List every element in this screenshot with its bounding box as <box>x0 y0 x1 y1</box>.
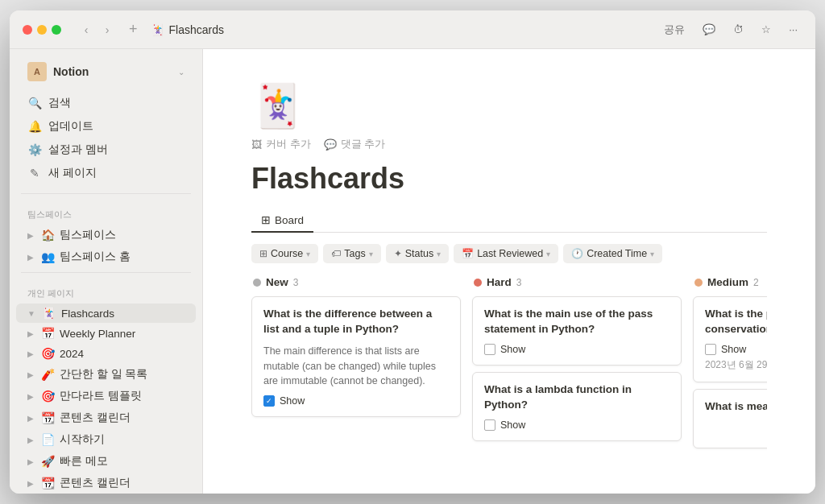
show-label: Show <box>500 419 525 431</box>
show-checkbox[interactable] <box>263 395 275 407</box>
sidebar-item-teamspace-home[interactable]: ▶ 👥 팀스페이스 홈 <box>16 246 196 267</box>
sidebar-item-simple-todo[interactable]: ▶ 🧨 간단한 할 일 목록 <box>16 364 196 385</box>
column-medium: Medium 2 What is the principle of conser… <box>693 276 767 455</box>
card-show[interactable]: Show <box>263 395 449 407</box>
sidebar-item-label: Weekly Planner <box>60 328 135 340</box>
sidebar-item-settings[interactable]: ⚙️ 설정과 멤버 <box>16 138 196 161</box>
card-new-1[interactable]: What is the difference between a list an… <box>251 296 461 417</box>
search-icon: 🔍 <box>27 96 42 110</box>
filter-last-reviewed[interactable]: 📅 Last Reviewed ▾ <box>454 244 558 263</box>
sidebar-item-content-calendar[interactable]: ▶ 📆 콘텐츠 캘린더 <box>16 407 196 428</box>
expand-icon: ▶ <box>27 457 34 466</box>
sidebar-item-updates[interactable]: 🔔 업데이트 <box>16 115 196 138</box>
personal-section-label: 개인 페이지 <box>10 278 202 303</box>
expand-icon: ▶ <box>27 414 34 423</box>
nav-forward-button[interactable]: › <box>98 21 116 39</box>
show-checkbox[interactable] <box>484 419 495 431</box>
sidebar-item-label: 팀스페이스 홈 <box>60 250 131 264</box>
card-answer: The main difference is that lists are mu… <box>263 344 449 389</box>
quick-memo-icon: 🚀 <box>40 455 55 468</box>
star-icon[interactable]: ☆ <box>757 20 776 39</box>
page-title-icon: 🃏 <box>151 23 164 36</box>
image-icon: 🖼 <box>251 138 262 151</box>
add-comment-button[interactable]: 💬 댓글 추가 <box>324 137 386 151</box>
sidebar-item-mandart[interactable]: ▶ 🎯 만다라트 템플릿 <box>16 386 196 407</box>
minimize-button[interactable] <box>37 25 47 35</box>
column-dot-medium <box>694 279 703 287</box>
titlebar-actions: 공유 💬 ⏱ ☆ ··· <box>659 19 802 40</box>
sidebar-item-flashcards[interactable]: ▼ 🃏 Flashcards <box>16 304 196 323</box>
todo-icon: 🧨 <box>40 368 55 381</box>
comment-icon[interactable]: 💬 <box>698 20 720 39</box>
more-icon[interactable]: ··· <box>784 20 802 39</box>
sidebar-item-label: 2024 <box>60 348 84 360</box>
sidebar-item-weekly-planner[interactable]: ▶ 📅 Weekly Planner <box>16 324 196 343</box>
page-actions: 🖼 커버 추가 💬 댓글 추가 <box>251 137 767 151</box>
card-question: What is the main use of the pass stateme… <box>484 307 670 337</box>
expand-icon: ▶ <box>27 436 34 444</box>
page-title-label: Flashcards <box>169 23 224 36</box>
sidebar-item-search[interactable]: 🔍 검색 <box>16 92 196 114</box>
titlebar: ‹ › + 🃏 Flashcards 공유 💬 ⏱ ☆ ··· <box>10 10 815 49</box>
close-button[interactable] <box>23 25 32 35</box>
column-dot-new <box>253 279 261 287</box>
column-title-new: New <box>266 276 288 288</box>
sidebar-item-teamspace[interactable]: ▶ 🏠 팀스페이스 <box>16 225 196 246</box>
chevron-down-icon: ▾ <box>369 250 373 258</box>
chevron-down-icon: ▾ <box>306 250 310 258</box>
column-count-hard: 3 <box>516 277 522 288</box>
column-header-medium: Medium 2 <box>693 276 767 288</box>
show-checkbox[interactable] <box>484 344 495 355</box>
sidebar-item-label: 시작하기 <box>60 432 105 447</box>
workspace-header[interactable]: A Notion ⌄ <box>16 57 196 86</box>
sidebar-item-content-cal2[interactable]: ▶ 📆 콘텐츠 캘린더 <box>16 473 196 494</box>
sidebar-item-label: 빠른 메모 <box>60 454 108 469</box>
filter-status[interactable]: ✦ Status ▾ <box>386 244 449 263</box>
flashcards-icon: 🃏 <box>42 307 56 320</box>
expand-icon: ▶ <box>27 253 34 262</box>
sidebar-item-new-page[interactable]: ✎ 새 페이지 <box>16 162 196 184</box>
card-question: What is the difference between a list an… <box>263 307 449 337</box>
board-tabs: ⊞ Board <box>251 209 767 233</box>
sidebar-item-2024[interactable]: ▶ 🎯 2024 <box>16 344 196 363</box>
workspace-name: Notion <box>53 65 172 78</box>
sidebar-item-label: 콘텐츠 캘린더 <box>60 476 131 490</box>
history-icon[interactable]: ⏱ <box>728 20 748 39</box>
new-page-button[interactable]: + <box>126 19 141 39</box>
card-show[interactable]: Show <box>705 344 767 355</box>
comment-icon: 💬 <box>324 138 337 151</box>
expand-icon: ▶ <box>27 231 34 240</box>
card-hard-2[interactable]: What is a lambda function in Python? Sho… <box>472 372 682 441</box>
mandart-icon: 🎯 <box>40 390 55 403</box>
expand-icon: ▼ <box>27 309 35 318</box>
card-show[interactable]: Show <box>484 344 670 355</box>
sidebar-item-getting-started[interactable]: ▶ 📄 시작하기 <box>16 429 196 450</box>
chevron-down-icon: ▾ <box>546 250 550 258</box>
filter-created-time[interactable]: 🕐 Created Time ▾ <box>563 244 662 263</box>
maximize-button[interactable] <box>52 25 61 35</box>
expand-icon: ▶ <box>27 349 34 358</box>
column-header-new: New 3 <box>251 276 461 288</box>
add-cover-button[interactable]: 🖼 커버 추가 <box>251 137 311 151</box>
card-hard-1[interactable]: What is the main use of the pass stateme… <box>472 296 682 366</box>
filter-tags[interactable]: 🏷 Tags ▾ <box>323 244 380 263</box>
share-button[interactable]: 공유 <box>659 19 690 40</box>
card-show[interactable]: Show <box>484 419 670 431</box>
main-layout: A Notion ⌄ 🔍 검색 🔔 업데이트 ⚙️ 설정과 멤버 <box>10 49 815 494</box>
page-icon-title: 🃏 Flashcards <box>151 23 224 36</box>
expand-icon: ▶ <box>27 479 34 488</box>
filter-course[interactable]: ⊞ Course ▾ <box>251 244 318 263</box>
year-icon: 🎯 <box>40 347 55 360</box>
workspace-avatar: A <box>27 62 47 81</box>
card-medium-2[interactable]: What is meant by the term... ? <box>693 389 767 448</box>
card-medium-1[interactable]: What is the principle of conservation of… <box>693 296 767 382</box>
card-question: What is the principle of conservation of… <box>705 307 767 337</box>
sidebar-item-quick-memo[interactable]: ▶ 🚀 빠른 메모 <box>16 451 196 472</box>
tab-board[interactable]: ⊞ Board <box>251 209 313 233</box>
show-checkbox[interactable] <box>705 344 716 355</box>
expand-icon: ▶ <box>27 370 34 379</box>
sidebar-item-label: 검색 <box>48 96 71 110</box>
expand-icon: ▶ <box>27 329 34 338</box>
weekly-planner-icon: 📅 <box>40 327 55 340</box>
nav-back-button[interactable]: ‹ <box>77 21 95 39</box>
